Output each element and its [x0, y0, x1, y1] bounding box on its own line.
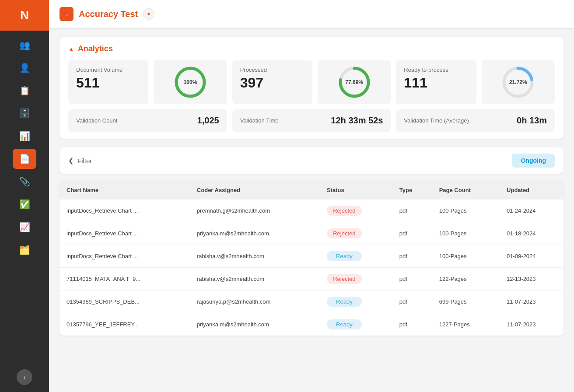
cell-status: Rejected: [320, 222, 392, 245]
ready-to-process-circle: 21.72%: [500, 65, 536, 100]
validation-count-label: Validation Count: [76, 117, 117, 124]
status-badge: Rejected: [327, 274, 362, 284]
validation-time-avg-label: Validation Time (Average): [404, 117, 469, 124]
cell-updated: 01-09-2024: [500, 245, 564, 268]
cell-page-count: 100-Pages: [432, 222, 500, 245]
cell-updated: 01-18-2024: [500, 222, 564, 245]
col-type: Type: [392, 181, 432, 200]
cell-coder: rabisha.v@s2mhealth.com: [190, 245, 320, 268]
ready-to-process-value: 111: [404, 75, 468, 91]
processed-value: 397: [240, 75, 304, 91]
sidebar-item-person[interactable]: 👤: [13, 58, 36, 78]
validation-time-card: Validation Time 12h 33m 52s: [232, 109, 391, 132]
status-badge: Rejected: [327, 206, 362, 216]
ready-to-process-card: Ready to process 111: [396, 60, 476, 104]
sidebar-logo: N: [0, 0, 49, 31]
status-badge: Ready: [327, 319, 362, 329]
ready-to-process-label: Ready to process: [404, 66, 468, 73]
status-badge: Rejected: [327, 228, 362, 238]
cell-coder: rabisha.v@s2mhealth.com: [190, 268, 320, 290]
cell-status: Rejected: [320, 268, 392, 290]
cell-updated: 12-13-2023: [500, 268, 564, 290]
status-badge: Ready: [327, 297, 362, 307]
validation-time-avg-card: Validation Time (Average) 0h 13m: [396, 109, 555, 132]
validation-time-label: Validation Time: [240, 117, 279, 124]
cell-chart-name: 71114015_MATA_ANA T_9...: [60, 268, 190, 290]
ready-to-process-pct: 21.72%: [509, 79, 527, 85]
status-badge: Ready: [327, 251, 362, 261]
col-status: Status: [320, 181, 392, 200]
sidebar-item-team[interactable]: 👥: [13, 35, 36, 55]
filter-toggle[interactable]: ❮ Filter: [68, 157, 92, 164]
chart-table: Chart Name Coder Assigned Status Type Pa…: [60, 181, 564, 336]
sidebar-item-clipboard[interactable]: 📎: [13, 172, 36, 192]
validation-count-card: Validation Count 1,025: [68, 109, 227, 132]
table-row[interactable]: 71114015_MATA_ANA T_9... rabisha.v@s2mhe…: [60, 268, 564, 290]
table-row[interactable]: 01357796_YEE_JEFFREY... priyanka.m@s2mhe…: [60, 313, 564, 336]
ongoing-button[interactable]: Ongoing: [512, 154, 555, 168]
document-volume-card: Document Volume 511: [68, 60, 148, 104]
logo-text: N: [20, 8, 29, 22]
cell-updated: 01-24-2024: [500, 200, 564, 222]
ready-to-process-chart-card: 21.72%: [482, 60, 555, 104]
stats-row: Validation Count 1,025 Validation Time 1…: [68, 109, 555, 132]
processed-label: Processed: [240, 66, 304, 73]
processed-card: Processed 397: [232, 60, 312, 104]
document-volume-label: Document Volume: [76, 66, 140, 73]
cell-updated: 11-07-2023: [500, 290, 564, 313]
cell-status: Ready: [320, 313, 392, 336]
sidebar-item-database[interactable]: 🗄️: [13, 103, 36, 123]
cell-status: Rejected: [320, 200, 392, 222]
validation-time-value: 12h 33m 52s: [331, 116, 383, 126]
table-row[interactable]: inputDocs_Retrieve Chart ... rabisha.v@s…: [60, 245, 564, 268]
data-table: Chart Name Coder Assigned Status Type Pa…: [60, 181, 564, 336]
document-volume-pct: 100%: [184, 79, 197, 85]
table-row[interactable]: 01354989_SCRIPPS_DEB... rajasuriya.p@s2m…: [60, 290, 564, 313]
cell-type: pdf: [392, 290, 432, 313]
col-coder-assigned: Coder Assigned: [190, 181, 320, 200]
sidebar-item-table[interactable]: 🗂️: [13, 240, 36, 260]
sidebar-item-barchart[interactable]: 📈: [13, 217, 36, 237]
col-page-count: Page Count: [432, 181, 500, 200]
sidebar: N 👥 👤 📋 🗄️ 📊 📄 📎 ✅ 📈 🗂️ ›: [0, 0, 49, 392]
table-row[interactable]: inputDocs_Retrieve Chart ... premnath.g@…: [60, 200, 564, 222]
col-updated: Updated: [500, 181, 564, 200]
cell-chart-name: 01357796_YEE_JEFFREY...: [60, 313, 190, 336]
cell-chart-name: inputDocs_Retrieve Chart ...: [60, 200, 190, 222]
col-chart-name: Chart Name: [60, 181, 190, 200]
cell-chart-name: 01354989_SCRIPPS_DEB...: [60, 290, 190, 313]
cell-page-count: 100-Pages: [432, 245, 500, 268]
validation-time-avg-value: 0h 13m: [517, 116, 547, 126]
cell-page-count: 122-Pages: [432, 268, 500, 290]
analytics-section: ▲ Analytics Document Volume 511: [60, 37, 564, 139]
cell-page-count: 699-Pages: [432, 290, 500, 313]
cell-updated: 11-07-2023: [500, 313, 564, 336]
table-header: Chart Name Coder Assigned Status Type Pa…: [60, 181, 564, 200]
cell-chart-name: inputDocs_Retrieve Chart ...: [60, 245, 190, 268]
content-area: ▲ Analytics Document Volume 511: [49, 28, 574, 392]
analytics-collapse-icon[interactable]: ▲: [68, 46, 74, 52]
main-content: 🔖 Accuracy Test ▼ ▲ Analytics Document V…: [49, 0, 574, 392]
sidebar-item-checklist[interactable]: ✅: [13, 194, 36, 214]
cell-type: pdf: [392, 268, 432, 290]
sidebar-item-document[interactable]: 📄: [13, 149, 36, 169]
header: 🔖 Accuracy Test ▼: [49, 0, 574, 28]
analytics-cards-row: Document Volume 511 100% Processed: [68, 60, 555, 104]
sidebar-toggle-button[interactable]: ›: [17, 369, 32, 385]
sidebar-navigation: 👥 👤 📋 🗄️ 📊 📄 📎 ✅ 📈 🗂️: [0, 31, 49, 369]
cell-type: pdf: [392, 313, 432, 336]
cell-coder: premnath.g@s2mhealth.com: [190, 200, 320, 222]
analytics-header: ▲ Analytics: [68, 44, 555, 53]
header-chevron-button[interactable]: ▼: [143, 8, 154, 20]
sidebar-item-chart[interactable]: 📊: [13, 126, 36, 146]
validation-count-value: 1,025: [197, 116, 219, 126]
cell-page-count: 1227-Pages: [432, 313, 500, 336]
cell-type: pdf: [392, 222, 432, 245]
page-title: Accuracy Test: [79, 9, 138, 19]
table-header-row: Chart Name Coder Assigned Status Type Pa…: [60, 181, 564, 200]
table-row[interactable]: inputDocs_Retrieve Chart ... priyanka.m@…: [60, 222, 564, 245]
document-volume-value: 511: [76, 75, 140, 91]
processed-pct: 77.69%: [345, 79, 363, 85]
sidebar-item-list[interactable]: 📋: [13, 80, 36, 101]
filter-label-text: Filter: [77, 157, 92, 164]
